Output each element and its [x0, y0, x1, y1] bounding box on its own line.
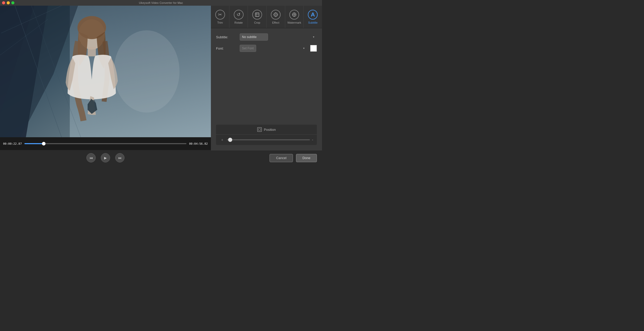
app-title: Ukeysoft Video Converter for Mac [139, 1, 183, 4]
effect-icon [271, 10, 281, 20]
position-slider-track[interactable] [227, 139, 310, 140]
close-button[interactable] [2, 1, 5, 4]
maximize-button[interactable] [11, 1, 14, 4]
controls-bar: ⏮ ▶ ⏭ [0, 150, 211, 166]
video-frame [0, 6, 211, 137]
subtitle-label-text: Subtitle: [216, 35, 237, 39]
next-button[interactable]: ⏭ [115, 153, 124, 162]
progress-fill [24, 143, 44, 144]
svg-point-18 [275, 14, 276, 15]
crop-label: Crop [254, 21, 260, 24]
position-body: + - [216, 135, 317, 145]
prev-button[interactable]: ⏮ [86, 153, 96, 162]
font-color-swatch[interactable] [310, 45, 317, 52]
main-layout: 00:00:22.87 00:04:56.82 ⏮ ▶ ⏭ ✂ [0, 6, 322, 166]
video-area[interactable] [0, 6, 211, 137]
cancel-button[interactable]: Cancel [270, 154, 293, 162]
tab-crop[interactable]: Crop [248, 6, 266, 28]
svg-point-13 [114, 30, 180, 113]
tab-rotate[interactable]: ↺ Rotate [229, 6, 248, 28]
position-icon [257, 127, 262, 132]
titlebar: Ukeysoft Video Converter for Mac [0, 0, 322, 6]
svg-rect-27 [258, 128, 261, 131]
time-current: 00:00:22.87 [3, 142, 22, 145]
tab-subtitle[interactable]: A Subtitle [304, 6, 322, 28]
rotate-label: Rotate [235, 21, 243, 24]
rotate-icon: ↺ [234, 10, 244, 20]
minimize-button[interactable] [7, 1, 10, 4]
window-controls [2, 1, 14, 4]
svg-rect-14 [255, 13, 259, 16]
trim-label: Trim [217, 21, 223, 24]
time-end: 00:04:56.82 [189, 142, 208, 145]
next-icon: ⏭ [118, 156, 122, 160]
play-icon: ▶ [104, 156, 107, 160]
subtitle-select[interactable]: No subtitle Add subtitle file... [240, 33, 268, 41]
tab-trim[interactable]: ✂ Trim [211, 6, 229, 28]
effect-label: Effect [272, 21, 279, 24]
position-label: Position [264, 128, 276, 132]
subtitle-setting-row: Subtitle: No subtitle Add subtitle file.… [216, 33, 317, 41]
font-setting-row: Font: Set Font [216, 45, 317, 52]
action-bar: Cancel Done [211, 150, 322, 166]
subtitle-label: Subtitle [308, 21, 318, 24]
watermark-icon [289, 10, 299, 20]
watermark-label: Watermark [288, 21, 301, 24]
done-button[interactable]: Done [296, 154, 317, 162]
subtitle-select-wrapper: No subtitle Add subtitle file... [240, 33, 317, 41]
toolbar-tabs: ✂ Trim ↺ Rotate Crop [211, 6, 322, 28]
font-label-text: Font: [216, 47, 237, 50]
timeline-bar: 00:00:22.87 00:04:56.82 [0, 137, 211, 150]
video-panel: 00:00:22.87 00:04:56.82 ⏮ ▶ ⏭ [0, 6, 211, 166]
font-select[interactable]: Set Font [240, 45, 256, 52]
tab-watermark[interactable]: Watermark [285, 6, 304, 28]
trim-icon: ✂ [215, 10, 225, 20]
play-button[interactable]: ▶ [101, 153, 110, 162]
svg-rect-10 [88, 47, 96, 56]
position-panel: Position + - [216, 125, 317, 145]
video-bg-svg [0, 6, 211, 137]
progress-track[interactable] [24, 143, 186, 144]
font-select-wrapper: Set Font [240, 45, 307, 52]
settings-area: Subtitle: No subtitle Add subtitle file.… [211, 28, 322, 150]
svg-point-17 [274, 13, 278, 16]
progress-thumb[interactable] [42, 142, 46, 145]
subtitle-icon: A [308, 10, 318, 20]
position-header: Position [216, 125, 317, 135]
tab-effect[interactable]: Effect [267, 6, 285, 28]
position-slider-thumb[interactable] [228, 138, 232, 142]
crop-icon [252, 10, 262, 20]
position-minus-button[interactable]: - [312, 137, 313, 142]
right-panel: ✂ Trim ↺ Rotate Crop [211, 6, 322, 166]
prev-icon: ⏮ [90, 156, 93, 160]
svg-rect-26 [257, 127, 262, 132]
position-plus-button[interactable]: + [220, 137, 225, 142]
